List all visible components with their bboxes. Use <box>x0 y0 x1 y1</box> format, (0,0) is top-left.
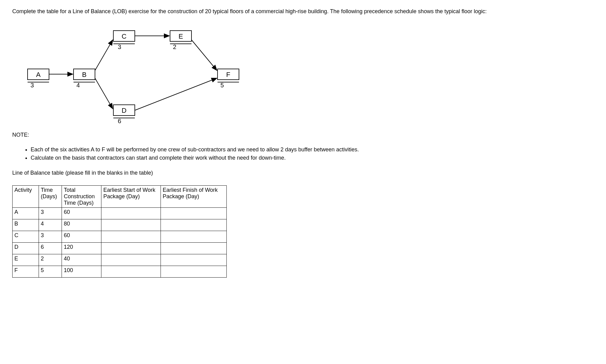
node-f-duration: 5 <box>220 82 224 89</box>
node-b-duration: 4 <box>76 82 80 89</box>
header-finish: Earliest Finish of Work Package (Day) <box>161 185 226 207</box>
arrow-b-c <box>95 40 113 70</box>
table-header-row: Activity Time (Days) Total Construction … <box>13 185 227 207</box>
arrow-d-f <box>135 78 217 110</box>
cell-activity: E <box>13 254 39 266</box>
cell-total: 40 <box>62 254 101 266</box>
cell-time: 3 <box>39 231 62 242</box>
cell-activity: B <box>13 219 39 231</box>
node-d-duration: 6 <box>118 118 121 124</box>
cell-start <box>101 231 161 242</box>
cell-time: 6 <box>39 242 62 254</box>
cell-start <box>101 242 161 254</box>
lob-table: Activity Time (Days) Total Construction … <box>12 185 227 278</box>
node-b-label: B <box>82 71 87 78</box>
table-intro: Line of Balance table (please fill in th… <box>12 170 594 176</box>
table-row: E 2 40 <box>13 254 227 266</box>
table-row: A 3 60 <box>13 207 227 219</box>
arrow-e-f <box>191 40 217 70</box>
diagram-svg: A 3 B 4 C 3 D 6 E 2 F 5 <box>18 21 245 126</box>
cell-finish <box>161 266 226 277</box>
cell-total: 60 <box>62 231 101 242</box>
header-activity: Activity <box>13 185 39 207</box>
node-e-duration: 2 <box>173 44 176 50</box>
cell-finish <box>161 231 226 242</box>
node-f-label: F <box>226 71 230 78</box>
cell-finish <box>161 219 226 231</box>
cell-activity: A <box>13 207 39 219</box>
precedence-diagram: A 3 B 4 C 3 D 6 E 2 F 5 <box>18 21 245 126</box>
node-a-label: A <box>36 71 41 78</box>
cell-start <box>101 207 161 219</box>
arrow-b-d <box>95 78 113 109</box>
cell-start <box>101 219 161 231</box>
node-e-label: E <box>179 32 183 40</box>
node-c-label: C <box>122 32 127 40</box>
table-row: C 3 60 <box>13 231 227 242</box>
cell-activity: C <box>13 231 39 242</box>
cell-finish <box>161 242 226 254</box>
cell-time: 3 <box>39 207 62 219</box>
note-item: Each of the six activities A to F will b… <box>31 146 594 154</box>
cell-time: 4 <box>39 219 62 231</box>
note-list: Each of the six activities A to F will b… <box>31 146 594 162</box>
node-d-label: D <box>122 107 127 114</box>
cell-total: 120 <box>62 242 101 254</box>
table-row: F 5 100 <box>13 266 227 277</box>
cell-total: 60 <box>62 207 101 219</box>
cell-time: 2 <box>39 254 62 266</box>
cell-finish <box>161 207 226 219</box>
table-row: D 6 120 <box>13 242 227 254</box>
note-item: Calculate on the basis that contractors … <box>31 154 594 162</box>
header-start: Earliest Start of Work Package (Day) <box>101 185 161 207</box>
cell-total: 80 <box>62 219 101 231</box>
cell-start <box>101 254 161 266</box>
note-label: NOTE: <box>12 132 594 138</box>
cell-activity: F <box>13 266 39 277</box>
node-c-duration: 3 <box>118 44 121 50</box>
table-row: B 4 80 <box>13 219 227 231</box>
intro-text: Complete the table for a Line of Balance… <box>12 8 594 15</box>
cell-time: 5 <box>39 266 62 277</box>
cell-activity: D <box>13 242 39 254</box>
node-a-duration: 3 <box>30 82 34 89</box>
header-time: Time (Days) <box>39 185 62 207</box>
cell-finish <box>161 254 226 266</box>
cell-total: 100 <box>62 266 101 277</box>
header-total: Total Construction Time (Days) <box>62 185 101 207</box>
cell-start <box>101 266 161 277</box>
